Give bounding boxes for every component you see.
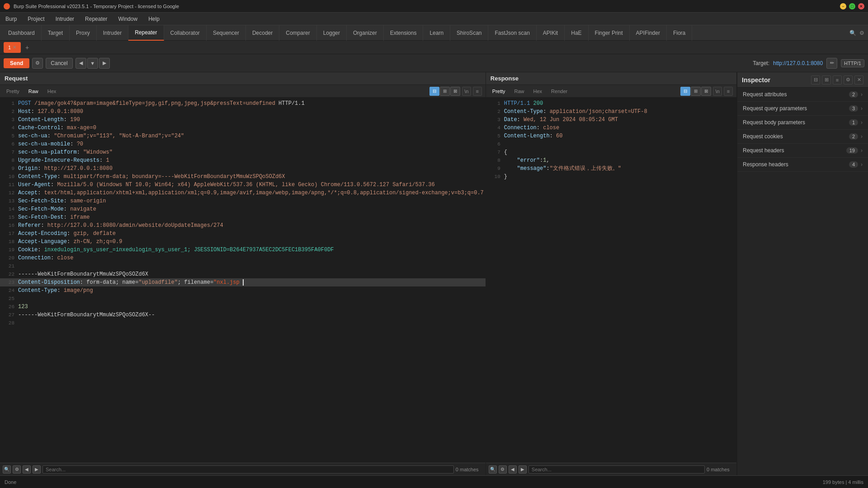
nav-tab-extensions[interactable]: Extensions <box>384 25 424 41</box>
response-next-match[interactable]: ▶ <box>519 465 527 474</box>
request-line-8: 8 Upgrade-Insecure-Requests: 1 <box>0 156 486 164</box>
request-line-21: 21 <box>0 262 486 270</box>
inspector-close-icon[interactable]: ✕ <box>854 75 863 84</box>
inspector-row-cookies[interactable]: Request cookies 2 › <box>737 130 868 144</box>
response-code-area[interactable]: 1 HTTP/1.1 200 2 Content-Type: applicati… <box>486 98 736 463</box>
response-panel: Response Pretty Raw Hex Render ⊟ ⊞ ⊠ \n … <box>486 72 737 475</box>
request-next-match[interactable]: ▶ <box>33 465 41 474</box>
response-layout-btn-1[interactable]: ⊟ <box>680 87 690 96</box>
inspector-sections: Request attributes 2 › Request query par… <box>737 88 868 172</box>
repeater-tab-1[interactable]: 1 ✕ <box>4 42 21 53</box>
menu-intruder[interactable]: Intruder <box>54 15 76 23</box>
nav-dropdown-button[interactable]: ▼ <box>87 58 98 69</box>
inspector-icon-1[interactable]: ⊟ <box>811 75 820 84</box>
menu-help[interactable]: Help <box>146 15 161 23</box>
request-hex-tab[interactable]: Hex <box>45 88 59 95</box>
nav-tab-apikit[interactable]: APIKit <box>537 25 565 41</box>
response-line-6: 6 <box>486 140 736 148</box>
inspector-panel: Inspector ⊟ ⊞ ≡ ⚙ ✕ Request attributes 2… <box>737 72 868 475</box>
request-line-4: 4 Cache-Control: max-age=0 <box>0 124 486 132</box>
menu-burp[interactable]: Burp <box>4 15 19 23</box>
nav-tab-collaborator[interactable]: Collaborator <box>164 25 207 41</box>
inspector-row-request-headers[interactable]: Request headers 19 › <box>737 144 868 158</box>
response-menu-btn[interactable]: ≡ <box>724 87 733 96</box>
response-raw-tab[interactable]: Raw <box>512 88 527 95</box>
request-menu-btn[interactable]: ≡ <box>473 87 482 96</box>
target-info: Target: http://127.0.0.1:8080 ✏ HTTP/1 <box>753 58 864 69</box>
add-tab-button[interactable]: + <box>23 43 32 52</box>
nav-tab-fastjsonscan[interactable]: FastJson scan <box>488 25 536 41</box>
request-line-24: 24 Content-Type: image/png <box>0 286 486 295</box>
nav-tab-learn[interactable]: Learn <box>423 25 450 41</box>
request-view-bar: Pretty Raw Hex ⊟ ⊞ ⊠ \n ≡ <box>0 85 486 98</box>
nav-tab-shiroscan[interactable]: ShiroScan <box>450 25 488 41</box>
next-button[interactable]: ▶ <box>99 58 110 69</box>
request-search-settings[interactable]: ⚙ <box>13 465 21 474</box>
response-search-icon[interactable]: 🔍 <box>489 465 497 474</box>
response-search-input[interactable] <box>528 465 705 474</box>
send-button[interactable]: Send <box>4 58 29 68</box>
request-layout-btn-2[interactable]: ⊞ <box>440 87 450 96</box>
repeater-toolbar: Send ⚙ Cancel ◀ ▼ ▶ Target: http://127.0… <box>0 54 868 72</box>
request-prev-match[interactable]: ◀ <box>23 465 31 474</box>
request-layout-btn-3[interactable]: ⊠ <box>450 87 460 96</box>
nav-tab-fiora[interactable]: Fiora <box>667 25 692 41</box>
maximize-button[interactable]: □ <box>849 3 855 9</box>
menu-window[interactable]: Window <box>116 15 139 23</box>
response-wrap-btn[interactable]: \n <box>713 87 722 96</box>
request-search-input[interactable] <box>42 465 454 474</box>
nav-tab-comparer[interactable]: Comparer <box>279 25 316 41</box>
response-layout-btn-2[interactable]: ⊞ <box>691 87 701 96</box>
http-version-badge[interactable]: HTTP/1 <box>841 59 864 67</box>
response-search-settings[interactable]: ⚙ <box>499 465 507 474</box>
tab-close-icon[interactable]: ✕ <box>13 45 16 50</box>
inspector-align-icon[interactable]: ≡ <box>833 75 842 84</box>
nav-tab-hae[interactable]: HaE <box>565 25 588 41</box>
close-button[interactable]: ✕ <box>858 3 864 9</box>
nav-tab-fingerprint[interactable]: Finger Print <box>589 25 630 41</box>
request-search-icon[interactable]: 🔍 <box>3 465 11 474</box>
request-line-5: 5 sec-ch-ua: "Chromium";v="113", "Not-A-… <box>0 132 486 140</box>
response-line-10: 10 } <box>486 173 736 181</box>
request-raw-tab[interactable]: Raw <box>26 88 41 95</box>
response-render-tab[interactable]: Render <box>548 88 570 95</box>
nav-tab-intruder[interactable]: Intruder <box>97 25 128 41</box>
request-line-16: 16 Referer: http://127.0.0.1:8080/admin/… <box>0 221 486 230</box>
request-pretty-tab[interactable]: Pretty <box>4 88 22 95</box>
response-search-bar: 🔍 ⚙ ◀ ▶ 0 matches <box>486 463 736 475</box>
nav-tab-apifinder[interactable]: APIFinder <box>630 25 667 41</box>
response-pretty-tab[interactable]: Pretty <box>490 88 508 95</box>
nav-tab-dashboard[interactable]: Dashboard <box>2 25 42 41</box>
nav-settings-icon[interactable]: ⚙ <box>857 28 866 38</box>
response-layout-btn-3[interactable]: ⊠ <box>701 87 711 96</box>
request-code-area[interactable]: 1 POST /image/gok4?&param=image&fileType… <box>0 98 486 463</box>
menu-repeater[interactable]: Repeater <box>83 15 109 23</box>
nav-tab-sequencer[interactable]: Sequencer <box>207 25 246 41</box>
request-wrap-btn[interactable]: \n <box>462 87 471 96</box>
response-prev-match[interactable]: ◀ <box>509 465 517 474</box>
nav-tab-repeater[interactable]: Repeater <box>128 25 164 41</box>
request-panel-header: Request <box>0 72 486 85</box>
request-line-19: 19 Cookie: inxedulogin_sys_user_=inxedul… <box>0 246 486 254</box>
settings-icon-btn[interactable]: ⚙ <box>32 58 43 69</box>
minimize-button[interactable]: − <box>840 3 846 9</box>
nav-tab-proxy[interactable]: Proxy <box>70 25 97 41</box>
nav-search-icon[interactable]: 🔍 <box>848 28 857 38</box>
response-hex-tab[interactable]: Hex <box>531 88 545 95</box>
nav-tab-decoder[interactable]: Decoder <box>246 25 279 41</box>
inspector-icon-2[interactable]: ⊞ <box>822 75 831 84</box>
prev-button[interactable]: ◀ <box>75 58 86 69</box>
nav-tab-logger[interactable]: Logger <box>317 25 347 41</box>
app-logo <box>4 3 10 9</box>
edit-target-icon[interactable]: ✏ <box>826 58 837 69</box>
menu-project[interactable]: Project <box>26 15 46 23</box>
request-layout-btn-1[interactable]: ⊟ <box>429 87 439 96</box>
inspector-row-response-headers[interactable]: Response headers 4 › <box>737 158 868 172</box>
inspector-row-body-params[interactable]: Request body parameters 1 › <box>737 116 868 130</box>
inspector-row-query-params[interactable]: Request query parameters 3 › <box>737 102 868 116</box>
inspector-row-request-attributes[interactable]: Request attributes 2 › <box>737 88 868 102</box>
nav-tab-organizer[interactable]: Organizer <box>347 25 384 41</box>
cancel-button[interactable]: Cancel <box>46 58 72 69</box>
nav-tab-target[interactable]: Target <box>42 25 70 41</box>
inspector-settings-icon[interactable]: ⚙ <box>844 75 853 84</box>
